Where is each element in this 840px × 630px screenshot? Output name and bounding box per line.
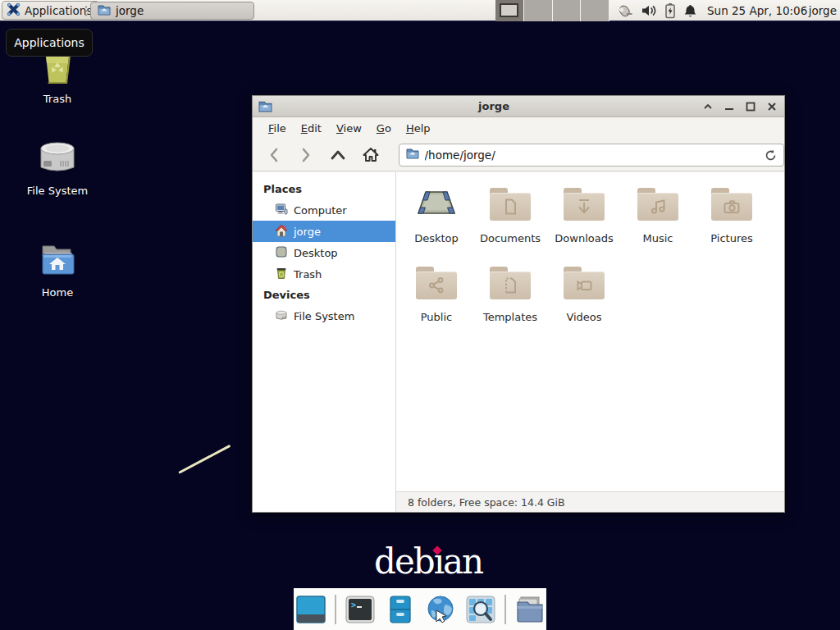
files-view[interactable]: Desktop Documents <box>396 172 784 491</box>
path-folder-icon <box>406 147 419 162</box>
file-item-videos[interactable]: Videos <box>547 259 621 338</box>
dock-panel: > <box>294 588 546 630</box>
workspace-3[interactable] <box>553 0 582 21</box>
home-button[interactable] <box>359 144 381 167</box>
forward-button[interactable] <box>294 144 317 167</box>
file-item-label: Videos <box>547 311 621 323</box>
drive-icon <box>275 308 288 324</box>
file-item-documents[interactable]: Documents <box>473 180 547 259</box>
applications-menu-label: Applications <box>25 4 92 17</box>
menu-edit[interactable]: Edit <box>294 119 329 138</box>
desktop-icon-home[interactable]: Home <box>16 240 98 299</box>
wordmark-segment: an <box>443 541 482 582</box>
sidebar-header-devices: Devices <box>253 285 395 305</box>
sidebar-item-desktop[interactable]: Desktop <box>253 242 395 263</box>
terminal-icon[interactable]: > <box>344 593 377 626</box>
sidebar-header-places: Places <box>253 179 395 199</box>
desktop-workspace-icon <box>414 185 459 224</box>
panel-clock[interactable]: Sun 25 Apr, 10:06 <box>707 0 807 21</box>
wordmark-segment: deb <box>374 541 434 582</box>
desktop-root: Applications jorge <box>0 0 840 630</box>
taskbar-window-button[interactable]: jorge <box>90 2 254 20</box>
hard-drive-icon <box>16 136 98 181</box>
application-finder-icon[interactable] <box>464 593 497 626</box>
directory-menu-icon[interactable] <box>514 593 546 626</box>
trash-small-icon <box>275 267 288 282</box>
window-folder-icon <box>258 100 272 116</box>
desktop-icon <box>275 245 288 261</box>
menu-file[interactable]: File <box>261 119 294 138</box>
sidebar-item-label: File System <box>294 310 354 322</box>
sidebar-item-computer[interactable]: Computer <box>253 199 395 221</box>
tooltip-text: Applications <box>14 36 84 49</box>
debian-wordmark: debıan <box>374 541 482 582</box>
workspace-1[interactable] <box>495 0 524 21</box>
stray-line-artifact <box>178 445 231 474</box>
window-body: Places Computer <box>253 172 784 512</box>
back-button[interactable] <box>262 144 285 167</box>
sidebar-item-jorge[interactable]: jorge <box>253 221 395 242</box>
minimize-button[interactable] <box>722 99 737 114</box>
shade-button[interactable] <box>701 99 715 114</box>
mouse-input-icon[interactable] <box>615 2 633 19</box>
menu-help[interactable]: Help <box>399 119 438 138</box>
public-folder-icon <box>414 263 459 303</box>
status-text: 8 folders, Free space: 14.4 GiB <box>408 496 565 509</box>
taskbar-folder-icon <box>98 4 111 18</box>
menu-view[interactable]: View <box>329 119 369 138</box>
music-folder-icon <box>636 185 680 224</box>
window-title: jorge <box>302 100 686 112</box>
file-item-desktop[interactable]: Desktop <box>399 180 473 259</box>
notifications-bell-icon[interactable] <box>683 3 697 19</box>
file-item-music[interactable]: Music <box>621 180 695 259</box>
file-item-label: Pictures <box>695 232 769 244</box>
location-bar[interactable] <box>399 144 784 167</box>
up-button[interactable] <box>327 144 349 167</box>
sidebar-item-trash[interactable]: Trash <box>253 263 395 285</box>
system-tray <box>615 0 697 21</box>
file-item-templates[interactable]: Templates <box>473 259 547 338</box>
wordmark-i: ı <box>434 541 443 582</box>
workspace-window-miniature <box>500 3 518 17</box>
panel-user-menu[interactable]: jorge <box>809 0 837 21</box>
applications-tooltip: Applications <box>6 29 93 57</box>
file-manager-icon[interactable] <box>384 593 417 626</box>
files-grid: Desktop Documents <box>399 180 773 338</box>
sidebar-item-label: Trash <box>294 268 322 281</box>
sidebar-item-file-system[interactable]: File System <box>253 305 395 326</box>
path-input[interactable] <box>425 148 759 162</box>
sidebar-item-label: Desktop <box>294 247 338 259</box>
desktop-icon-label: Trash <box>43 93 71 105</box>
desktop-icon-file-system[interactable]: File System <box>16 136 98 197</box>
xfce-applications-icon <box>7 2 21 19</box>
sidebar: Places Computer <box>253 172 396 512</box>
volume-icon[interactable] <box>641 3 657 18</box>
dock-separator <box>504 595 506 624</box>
file-item-label: Downloads <box>547 232 621 244</box>
show-desktop-icon[interactable] <box>294 593 327 626</box>
computer-icon <box>275 203 288 218</box>
status-bar: 8 folders, Free space: 14.4 GiB <box>396 491 784 512</box>
panel-handle[interactable] <box>84 5 88 16</box>
reload-icon[interactable] <box>762 148 778 164</box>
templates-folder-icon <box>488 263 532 303</box>
menu-go[interactable]: Go <box>369 119 399 138</box>
videos-folder-icon <box>562 263 606 303</box>
file-item-label: Desktop <box>399 232 473 244</box>
file-item-public[interactable]: Public <box>399 259 473 338</box>
toolbar <box>253 139 784 171</box>
window-titlebar[interactable]: jorge <box>253 96 784 117</box>
workspace-2[interactable] <box>524 0 553 21</box>
sidebar-item-label: jorge <box>294 226 321 238</box>
file-item-label: Templates <box>473 311 547 323</box>
close-button[interactable] <box>765 99 779 114</box>
battery-icon[interactable] <box>664 2 676 19</box>
file-item-pictures[interactable]: Pictures <box>695 180 769 259</box>
maximize-button[interactable] <box>743 99 758 114</box>
downloads-folder-icon <box>562 185 606 224</box>
workspace-4[interactable] <box>581 0 609 21</box>
home-folder-icon <box>16 240 98 283</box>
file-item-downloads[interactable]: Downloads <box>547 180 621 259</box>
web-browser-icon[interactable] <box>424 593 457 626</box>
pictures-folder-icon <box>710 185 754 224</box>
